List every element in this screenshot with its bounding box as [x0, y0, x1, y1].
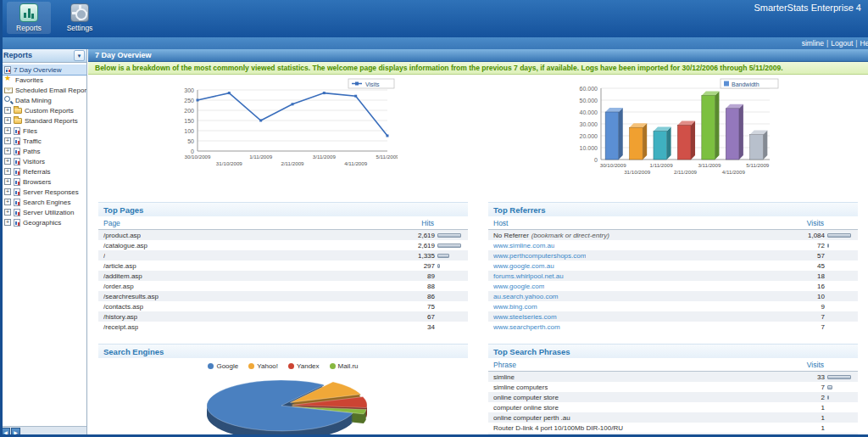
row-value: 7 — [799, 384, 854, 391]
sidebar-item-traffic[interactable]: +Traffic — [0, 136, 86, 146]
expand-plus-icon[interactable]: + — [4, 127, 11, 134]
svg-text:30/10/2009: 30/10/2009 — [599, 162, 626, 168]
sidebar-item-scheduled-email-reports[interactable]: Scheduled Email Reports — [0, 85, 86, 95]
table-row: www.google.com.au45 — [488, 261, 858, 271]
svg-text:5/11/2009: 5/11/2009 — [376, 154, 398, 160]
sidebar-item-data-mining[interactable]: Data Mining — [0, 95, 86, 105]
column-header-value[interactable]: Visits — [807, 219, 853, 227]
help-link[interactable]: Help — [860, 39, 868, 48]
svg-text:30/10/2009: 30/10/2009 — [185, 154, 212, 160]
row-label-text: /additem.asp — [103, 272, 142, 280]
user-links: simline|Logout|Help — [802, 39, 868, 48]
legend-dot-icon — [330, 363, 336, 369]
sidebar-item-files[interactable]: +Files — [0, 126, 86, 136]
row-label-text: www.google.com — [493, 283, 544, 290]
user-name-link[interactable]: simline — [802, 39, 824, 48]
sidebar-item-paths[interactable]: +Paths — [0, 146, 86, 156]
row-link[interactable]: au.search.yahoo.com — [493, 293, 559, 300]
sidebar-item-server-responses[interactable]: +Server Responses — [0, 187, 86, 197]
sidebar-item-visitors[interactable]: +Visitors — [0, 156, 86, 166]
report-tree: 7 Day OverviewFavoritesScheduled Email R… — [0, 64, 86, 426]
row-label-text: www.perthcomputershops.com — [493, 252, 586, 260]
value-gauge — [437, 233, 465, 238]
expand-plus-icon[interactable]: + — [4, 168, 11, 175]
expand-plus-icon[interactable]: + — [4, 199, 11, 205]
expand-plus-icon[interactable]: + — [4, 188, 11, 195]
column-header-value[interactable]: Visits — [807, 361, 853, 369]
legend-dot-icon — [248, 363, 254, 369]
expand-plus-icon[interactable]: + — [4, 148, 11, 154]
row-value-number: 18 — [799, 272, 825, 280]
sidebar-item-label: Search Engines — [23, 199, 70, 206]
sidebar-item-favorites[interactable]: Favorites — [0, 75, 86, 85]
row-label: /searchresults.asp — [103, 293, 159, 300]
row-value-number: 89 — [409, 272, 435, 280]
row-link[interactable]: www.perthcomputershops.com — [493, 252, 586, 260]
value-gauge — [827, 244, 854, 248]
column-header-value[interactable]: Hits — [421, 219, 463, 227]
tab-reports-label: Reports — [7, 24, 51, 32]
row-link[interactable]: forums.whirlpool.net.au — [493, 272, 564, 280]
column-header-label[interactable]: Page — [103, 219, 120, 227]
sidebar-item-geographics[interactable]: +Geographics — [0, 217, 86, 227]
svg-text:2/11/2009: 2/11/2009 — [281, 160, 304, 166]
svg-text:4/11/2009: 4/11/2009 — [721, 169, 745, 175]
value-gauge — [827, 395, 854, 400]
expand-plus-icon[interactable]: + — [4, 137, 11, 144]
sidebar-item-custom-reports[interactable]: +Custom Reports — [0, 105, 86, 115]
row-label: /order.asp — [103, 283, 134, 290]
sidebar-item-label: Favorites — [15, 76, 43, 84]
expand-plus-icon[interactable]: + — [4, 209, 11, 216]
value-gauge — [437, 244, 465, 248]
sidebar-item-browsers[interactable]: +Browsers — [0, 176, 86, 187]
sidebar-item-label: Data Mining — [15, 97, 52, 104]
sidebar-item-7-day-overview[interactable]: 7 Day Overview — [0, 64, 86, 75]
legend-label: Google — [216, 362, 238, 370]
expand-plus-icon[interactable]: + — [4, 107, 11, 114]
row-label-text: /searchresults.asp — [103, 293, 159, 300]
row-label-text: Router D-link 4 port 10/100Mb DIR-100/RU — [493, 424, 623, 432]
sidebar-item-search-engines[interactable]: +Search Engines — [0, 197, 86, 207]
sidebar-item-standard-reports[interactable]: +Standard Reports — [0, 115, 86, 126]
search-engines-pie-chart — [181, 372, 385, 437]
table-row: /history.asp67 — [98, 311, 468, 322]
row-link[interactable]: www.searchperth.com — [493, 323, 560, 331]
visits-line-chart: 05010015020025030030/10/200931/10/20091/… — [169, 78, 398, 182]
row-link[interactable]: www.steelseries.com — [493, 313, 557, 321]
column-header-label[interactable]: Host — [493, 219, 508, 227]
mining-icon — [4, 96, 13, 104]
row-link[interactable]: www.simline.com.au — [493, 242, 554, 249]
tab-reports[interactable]: Reports — [7, 2, 51, 34]
top-referrers-section: Top Referrers HostVisitsNo Referrer(book… — [488, 202, 858, 332]
legend-item: Yahoo! — [248, 362, 278, 370]
row-value: 7 — [799, 313, 854, 321]
row-label-text: www.searchperth.com — [493, 323, 560, 331]
row-label-text: /product.asp — [103, 232, 141, 239]
row-value-number: 16 — [799, 283, 825, 290]
svg-text:200: 200 — [184, 108, 194, 114]
sidebar-collapse-button[interactable]: ▼ — [74, 50, 85, 61]
column-header-label[interactable]: Phrase — [493, 361, 516, 369]
legend-item: Mail.ru — [330, 362, 359, 370]
row-value: 16 — [799, 283, 854, 290]
logout-link[interactable]: Logout — [831, 39, 853, 48]
sidebar-item-label: Files — [23, 127, 37, 135]
row-label: / — [103, 252, 105, 260]
main-tabs: Reports Settings — [7, 2, 102, 34]
expand-plus-icon[interactable]: + — [4, 178, 11, 185]
expand-plus-icon[interactable]: + — [4, 219, 11, 226]
row-value-number: 7 — [799, 313, 825, 321]
table-row: computer online store1 — [488, 402, 858, 412]
row-link[interactable]: www.google.com — [493, 283, 544, 290]
tab-settings[interactable]: Settings — [58, 2, 102, 34]
report-icon — [14, 168, 20, 176]
report-icon — [14, 219, 20, 227]
expand-plus-icon[interactable]: + — [4, 117, 11, 124]
row-label-text: simline — [493, 373, 515, 381]
row-link[interactable]: www.bing.com — [493, 303, 537, 311]
expand-plus-icon[interactable]: + — [4, 158, 11, 165]
sidebar-item-server-utilization[interactable]: +Server Utilization — [0, 207, 86, 217]
sidebar-item-referrals[interactable]: +Referrals — [0, 166, 86, 176]
row-value-number: 7 — [799, 323, 825, 331]
row-link[interactable]: www.google.com.au — [493, 262, 554, 270]
